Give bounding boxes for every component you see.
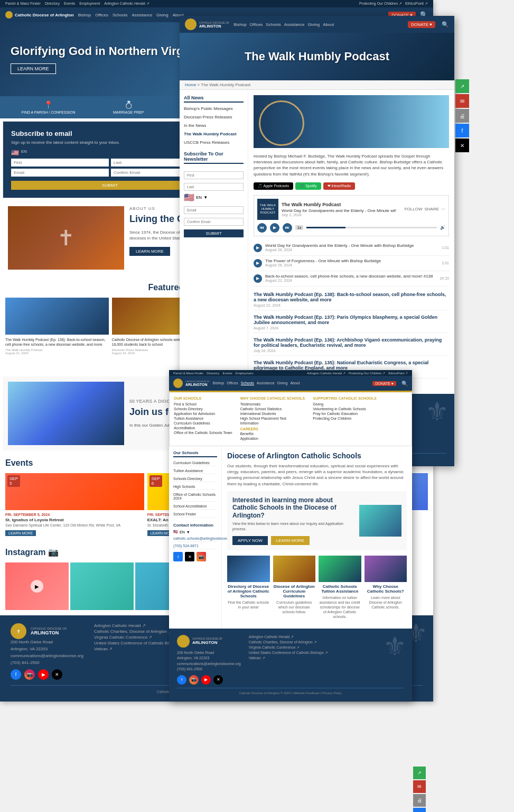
schools-footer-ig[interactable]: 📷 bbox=[189, 675, 199, 685]
podcast-donate-button[interactable]: DONATE ♥ bbox=[408, 21, 435, 28]
event-learn-more-1[interactable]: LEARN MORE bbox=[5, 530, 36, 536]
article-link-1[interactable]: The Walk Humbly Podcast (Ep. 138): Back-… bbox=[254, 292, 449, 302]
parish-finder-link[interactable]: Parish & Mass Finder bbox=[5, 2, 41, 6]
newsletter-confirm-input[interactable] bbox=[184, 218, 244, 226]
episode-play-2[interactable]: ▶ bbox=[254, 259, 262, 267]
schools-nav-bishop[interactable]: Bishop bbox=[213, 381, 224, 385]
mega-link-benefits[interactable]: Benefits bbox=[240, 432, 305, 436]
podcast-nav-offices[interactable]: Offices bbox=[250, 22, 263, 27]
schools-search-icon[interactable]: 🔍 bbox=[401, 381, 408, 386]
first-name-input[interactable] bbox=[11, 159, 109, 167]
apple-podcasts-badge[interactable]: 🎵 Apple Podcasts bbox=[254, 182, 293, 190]
podcast-nav-schools[interactable]: Schools bbox=[266, 22, 281, 27]
instagram-item-2[interactable] bbox=[70, 562, 134, 610]
schools-footer-conference[interactable]: Virginia Catholic Conference ↗ bbox=[249, 645, 328, 650]
instagram-icon[interactable]: 📷 bbox=[24, 669, 35, 680]
herald-link[interactable]: Arlington Catholic Herald ↗ bbox=[104, 2, 149, 6]
apply-now-button[interactable]: APPLY NOW bbox=[232, 536, 268, 545]
sidebar-directory[interactable]: Schools Directory bbox=[173, 476, 217, 482]
nav-assistance[interactable]: Assistance bbox=[132, 13, 152, 17]
sidebar-usccb[interactable]: USCCB Press Releases bbox=[184, 139, 244, 146]
schools-fb-icon[interactable]: f bbox=[413, 808, 426, 812]
play-pause-button[interactable]: ▶ bbox=[270, 223, 279, 233]
schools-footer-x[interactable]: ✕ bbox=[213, 675, 223, 685]
progress-bar[interactable] bbox=[306, 227, 437, 228]
schools-footer-fb[interactable]: f bbox=[177, 675, 186, 685]
mega-link-directory[interactable]: Schools Directory bbox=[174, 407, 232, 411]
article-link-4[interactable]: The Walk Humbly Podcast (Ep. 135): Natio… bbox=[254, 360, 449, 371]
school-card-3[interactable]: Catholic Schools Tuition Assistance Info… bbox=[319, 556, 361, 623]
quick-link-parish[interactable]: 📍 FIND A PARISH / CONFESSION bbox=[22, 100, 76, 114]
email-input[interactable] bbox=[11, 169, 109, 177]
schools-print-icon[interactable]: 🖨 bbox=[413, 794, 426, 807]
more-options-icon[interactable]: ⋯ bbox=[441, 207, 445, 211]
quick-link-marriage[interactable]: 💍 MARRIAGE PREP bbox=[113, 100, 144, 114]
nav-bishop[interactable]: Bishop bbox=[78, 13, 91, 17]
mega-link-statistics[interactable]: Catholic School Statistics bbox=[240, 407, 305, 411]
mega-link-curriculum[interactable]: Curriculum Guidelines bbox=[174, 421, 232, 425]
lang-dropdown-icon[interactable]: ▼ bbox=[203, 195, 208, 200]
article-link-2[interactable]: The Walk Humbly Podcast (Ep. 137): Paris… bbox=[254, 315, 449, 325]
directory-link[interactable]: Directory bbox=[45, 2, 60, 6]
sidebar-school-finder[interactable]: School Finder bbox=[173, 511, 217, 518]
twitter-x-icon[interactable]: ✕ bbox=[52, 669, 62, 680]
sidebar-office-catholic[interactable]: Office of Catholic Schools 2024 bbox=[173, 492, 217, 502]
mega-link-application2[interactable]: Application bbox=[240, 437, 305, 440]
schools-nav-schools-active[interactable]: Schools bbox=[241, 381, 254, 385]
mega-link-international[interactable]: International Students bbox=[240, 412, 305, 416]
sidebar-walk-humbly[interactable]: The Walk Humbly Podcast bbox=[184, 131, 244, 137]
share-email-icon[interactable]: ✉ bbox=[455, 94, 469, 108]
mega-link-giving[interactable]: Giving bbox=[313, 402, 376, 406]
podcast-nav-assistance[interactable]: Assistance bbox=[284, 22, 305, 27]
mega-link-placement[interactable]: High School Placement Test bbox=[240, 417, 305, 420]
schools-footer-herald[interactable]: Arlington Catholic Herald ↗ bbox=[249, 635, 328, 639]
news-card-1[interactable]: The Walk Humbly Podcast (Ep. 138): Back-… bbox=[5, 298, 109, 355]
share-label[interactable]: SHARE bbox=[424, 207, 439, 211]
newsletter-email-input[interactable] bbox=[184, 206, 244, 214]
contact-fb-icon[interactable]: f bbox=[173, 552, 183, 561]
contact-lang-chevron[interactable]: ▼ bbox=[186, 530, 190, 534]
contact-email[interactable]: catholic.schools@arlingtondiocese.org bbox=[173, 536, 217, 542]
mega-link-pray[interactable]: Pray for Catholic Education bbox=[313, 412, 376, 416]
podcast-nav-giving[interactable]: Giving bbox=[308, 22, 320, 27]
protecting-children-link[interactable]: Protecting Our Children ↗ bbox=[359, 2, 402, 6]
sidebar-press-releases[interactable]: Diocesan Press Releases bbox=[184, 114, 244, 121]
schools-donate-button[interactable]: DONATE ♥ bbox=[372, 381, 396, 386]
schools-nav-offices[interactable]: Offices bbox=[227, 381, 238, 385]
mega-link-information[interactable]: Information bbox=[240, 421, 305, 425]
episode-play-1[interactable]: ▶ bbox=[254, 244, 262, 252]
share-facebook-icon[interactable]: f bbox=[455, 124, 469, 137]
breadcrumb-home[interactable]: Home bbox=[185, 82, 196, 87]
school-card-2[interactable]: Diocese of Arlington Curriculum Guidelin… bbox=[273, 556, 316, 623]
nav-schools[interactable]: Schools bbox=[113, 13, 127, 17]
sidebar-curriculum[interactable]: Curriculum Guidelines bbox=[173, 460, 217, 466]
speed-control[interactable]: 1x bbox=[295, 225, 303, 230]
schools-share-icon[interactable]: ↗ bbox=[413, 767, 426, 779]
mega-link-find-school[interactable]: Find a School bbox=[174, 402, 232, 406]
mega-link-protecting[interactable]: Protecting Our Children bbox=[313, 417, 376, 420]
print-icon[interactable]: 🖨 bbox=[455, 109, 469, 123]
sidebar-high-schools[interactable]: High Schools bbox=[173, 484, 217, 490]
instagram-item-1[interactable]: ▶ bbox=[5, 562, 69, 610]
schools-footer-vatican[interactable]: Vatican ↗ bbox=[249, 656, 328, 660]
episode-play-3[interactable]: ▶ bbox=[254, 274, 262, 283]
mega-link-accreditation[interactable]: Accreditation bbox=[174, 426, 232, 430]
schools-nav-giving[interactable]: Giving bbox=[277, 381, 288, 385]
schools-email-icon[interactable]: ✉ bbox=[413, 780, 426, 793]
mega-link-office[interactable]: Office of the Catholic Schools Team bbox=[174, 431, 232, 435]
podcast-nav-bishop[interactable]: Bishop bbox=[233, 22, 246, 27]
youtube-icon[interactable]: ▶ bbox=[38, 669, 49, 680]
schools-footer-yt[interactable]: ▶ bbox=[201, 675, 211, 685]
share-x-icon[interactable]: ✕ bbox=[455, 139, 469, 152]
newsletter-last-input[interactable] bbox=[184, 183, 244, 191]
sidebar-in-news[interactable]: In the News bbox=[184, 122, 244, 129]
events-link[interactable]: Events bbox=[64, 2, 75, 6]
cta-learn-more-button[interactable]: LEARN MORE bbox=[271, 536, 310, 545]
schools-nav-assistance[interactable]: Assistance bbox=[257, 381, 275, 385]
ethics-link[interactable]: EthicsPoint ↗ bbox=[405, 2, 428, 6]
forward-button[interactable]: ⏭ bbox=[283, 223, 292, 233]
hero-learn-more-button[interactable]: LEARN MORE bbox=[11, 63, 56, 74]
subscribe-submit-button[interactable]: SUBMIT bbox=[11, 181, 209, 190]
newsletter-submit-button[interactable]: SUBMIT bbox=[184, 229, 244, 237]
sidebar-bishops-messages[interactable]: Bishop's Public Messages bbox=[184, 105, 244, 112]
